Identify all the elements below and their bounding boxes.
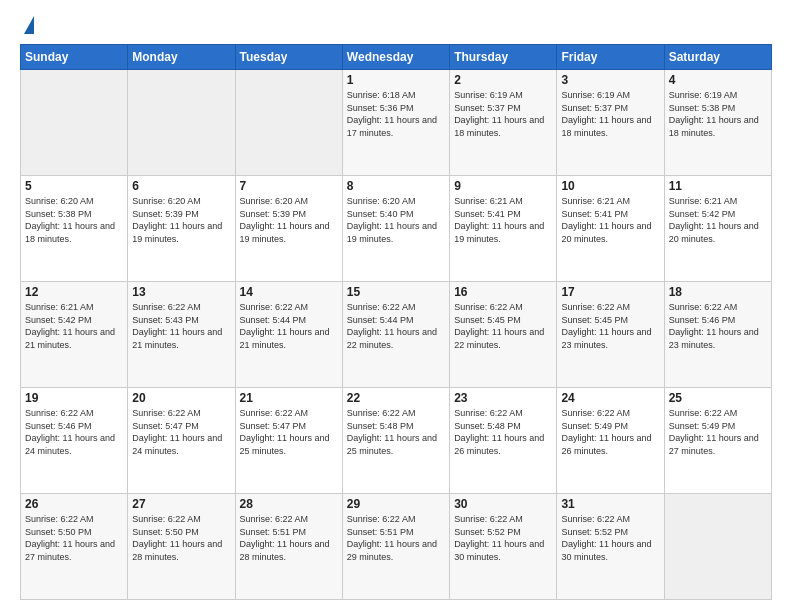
calendar-cell: 12Sunrise: 6:21 AM Sunset: 5:42 PM Dayli… [21,282,128,388]
calendar-week-row: 19Sunrise: 6:22 AM Sunset: 5:46 PM Dayli… [21,388,772,494]
calendar-cell: 2Sunrise: 6:19 AM Sunset: 5:37 PM Daylig… [450,70,557,176]
calendar-cell: 31Sunrise: 6:22 AM Sunset: 5:52 PM Dayli… [557,494,664,600]
cell-info: Sunrise: 6:22 AM Sunset: 5:45 PM Dayligh… [561,301,659,351]
cell-info: Sunrise: 6:22 AM Sunset: 5:51 PM Dayligh… [347,513,445,563]
calendar-cell: 27Sunrise: 6:22 AM Sunset: 5:50 PM Dayli… [128,494,235,600]
cell-info: Sunrise: 6:22 AM Sunset: 5:44 PM Dayligh… [240,301,338,351]
day-number: 6 [132,179,230,193]
calendar-cell: 24Sunrise: 6:22 AM Sunset: 5:49 PM Dayli… [557,388,664,494]
calendar-cell: 30Sunrise: 6:22 AM Sunset: 5:52 PM Dayli… [450,494,557,600]
calendar-cell [235,70,342,176]
calendar-week-row: 1Sunrise: 6:18 AM Sunset: 5:36 PM Daylig… [21,70,772,176]
col-header-wednesday: Wednesday [342,45,449,70]
col-header-friday: Friday [557,45,664,70]
calendar-cell: 22Sunrise: 6:22 AM Sunset: 5:48 PM Dayli… [342,388,449,494]
calendar-week-row: 26Sunrise: 6:22 AM Sunset: 5:50 PM Dayli… [21,494,772,600]
day-number: 7 [240,179,338,193]
header [20,16,772,34]
calendar-cell: 11Sunrise: 6:21 AM Sunset: 5:42 PM Dayli… [664,176,771,282]
cell-info: Sunrise: 6:22 AM Sunset: 5:51 PM Dayligh… [240,513,338,563]
cell-info: Sunrise: 6:21 AM Sunset: 5:42 PM Dayligh… [669,195,767,245]
calendar-cell: 29Sunrise: 6:22 AM Sunset: 5:51 PM Dayli… [342,494,449,600]
calendar-cell: 13Sunrise: 6:22 AM Sunset: 5:43 PM Dayli… [128,282,235,388]
day-number: 13 [132,285,230,299]
cell-info: Sunrise: 6:19 AM Sunset: 5:38 PM Dayligh… [669,89,767,139]
day-number: 4 [669,73,767,87]
calendar-cell: 25Sunrise: 6:22 AM Sunset: 5:49 PM Dayli… [664,388,771,494]
cell-info: Sunrise: 6:22 AM Sunset: 5:49 PM Dayligh… [561,407,659,457]
calendar-table: SundayMondayTuesdayWednesdayThursdayFrid… [20,44,772,600]
day-number: 22 [347,391,445,405]
cell-info: Sunrise: 6:19 AM Sunset: 5:37 PM Dayligh… [454,89,552,139]
day-number: 20 [132,391,230,405]
cell-info: Sunrise: 6:18 AM Sunset: 5:36 PM Dayligh… [347,89,445,139]
col-header-monday: Monday [128,45,235,70]
day-number: 8 [347,179,445,193]
logo-triangle-icon [24,16,34,34]
cell-info: Sunrise: 6:20 AM Sunset: 5:40 PM Dayligh… [347,195,445,245]
cell-info: Sunrise: 6:22 AM Sunset: 5:52 PM Dayligh… [454,513,552,563]
calendar-cell: 17Sunrise: 6:22 AM Sunset: 5:45 PM Dayli… [557,282,664,388]
calendar-cell: 16Sunrise: 6:22 AM Sunset: 5:45 PM Dayli… [450,282,557,388]
calendar-cell [664,494,771,600]
day-number: 24 [561,391,659,405]
calendar-cell [21,70,128,176]
calendar-cell: 9Sunrise: 6:21 AM Sunset: 5:41 PM Daylig… [450,176,557,282]
day-number: 16 [454,285,552,299]
calendar-cell: 8Sunrise: 6:20 AM Sunset: 5:40 PM Daylig… [342,176,449,282]
calendar-week-row: 5Sunrise: 6:20 AM Sunset: 5:38 PM Daylig… [21,176,772,282]
day-number: 29 [347,497,445,511]
day-number: 9 [454,179,552,193]
cell-info: Sunrise: 6:22 AM Sunset: 5:46 PM Dayligh… [25,407,123,457]
day-number: 27 [132,497,230,511]
cell-info: Sunrise: 6:21 AM Sunset: 5:41 PM Dayligh… [454,195,552,245]
day-number: 17 [561,285,659,299]
calendar-cell: 21Sunrise: 6:22 AM Sunset: 5:47 PM Dayli… [235,388,342,494]
cell-info: Sunrise: 6:22 AM Sunset: 5:50 PM Dayligh… [25,513,123,563]
calendar-cell: 19Sunrise: 6:22 AM Sunset: 5:46 PM Dayli… [21,388,128,494]
day-number: 28 [240,497,338,511]
day-number: 18 [669,285,767,299]
cell-info: Sunrise: 6:22 AM Sunset: 5:52 PM Dayligh… [561,513,659,563]
logo [20,16,34,34]
calendar-cell: 15Sunrise: 6:22 AM Sunset: 5:44 PM Dayli… [342,282,449,388]
calendar-cell: 3Sunrise: 6:19 AM Sunset: 5:37 PM Daylig… [557,70,664,176]
day-number: 23 [454,391,552,405]
calendar-cell: 23Sunrise: 6:22 AM Sunset: 5:48 PM Dayli… [450,388,557,494]
cell-info: Sunrise: 6:20 AM Sunset: 5:39 PM Dayligh… [240,195,338,245]
calendar-cell: 28Sunrise: 6:22 AM Sunset: 5:51 PM Dayli… [235,494,342,600]
cell-info: Sunrise: 6:22 AM Sunset: 5:43 PM Dayligh… [132,301,230,351]
day-number: 31 [561,497,659,511]
cell-info: Sunrise: 6:20 AM Sunset: 5:38 PM Dayligh… [25,195,123,245]
cell-info: Sunrise: 6:20 AM Sunset: 5:39 PM Dayligh… [132,195,230,245]
calendar-cell: 7Sunrise: 6:20 AM Sunset: 5:39 PM Daylig… [235,176,342,282]
day-number: 15 [347,285,445,299]
day-number: 21 [240,391,338,405]
day-number: 30 [454,497,552,511]
day-number: 19 [25,391,123,405]
calendar-cell: 1Sunrise: 6:18 AM Sunset: 5:36 PM Daylig… [342,70,449,176]
cell-info: Sunrise: 6:22 AM Sunset: 5:48 PM Dayligh… [347,407,445,457]
day-number: 26 [25,497,123,511]
day-number: 2 [454,73,552,87]
cell-info: Sunrise: 6:22 AM Sunset: 5:48 PM Dayligh… [454,407,552,457]
col-header-tuesday: Tuesday [235,45,342,70]
calendar-cell [128,70,235,176]
calendar-cell: 20Sunrise: 6:22 AM Sunset: 5:47 PM Dayli… [128,388,235,494]
day-number: 3 [561,73,659,87]
day-number: 1 [347,73,445,87]
calendar-cell: 26Sunrise: 6:22 AM Sunset: 5:50 PM Dayli… [21,494,128,600]
day-number: 14 [240,285,338,299]
cell-info: Sunrise: 6:22 AM Sunset: 5:47 PM Dayligh… [240,407,338,457]
cell-info: Sunrise: 6:19 AM Sunset: 5:37 PM Dayligh… [561,89,659,139]
calendar-cell: 14Sunrise: 6:22 AM Sunset: 5:44 PM Dayli… [235,282,342,388]
calendar-week-row: 12Sunrise: 6:21 AM Sunset: 5:42 PM Dayli… [21,282,772,388]
cell-info: Sunrise: 6:22 AM Sunset: 5:49 PM Dayligh… [669,407,767,457]
day-number: 12 [25,285,123,299]
cell-info: Sunrise: 6:22 AM Sunset: 5:45 PM Dayligh… [454,301,552,351]
calendar-cell: 4Sunrise: 6:19 AM Sunset: 5:38 PM Daylig… [664,70,771,176]
cell-info: Sunrise: 6:21 AM Sunset: 5:41 PM Dayligh… [561,195,659,245]
cell-info: Sunrise: 6:22 AM Sunset: 5:44 PM Dayligh… [347,301,445,351]
cell-info: Sunrise: 6:22 AM Sunset: 5:47 PM Dayligh… [132,407,230,457]
calendar-cell: 5Sunrise: 6:20 AM Sunset: 5:38 PM Daylig… [21,176,128,282]
